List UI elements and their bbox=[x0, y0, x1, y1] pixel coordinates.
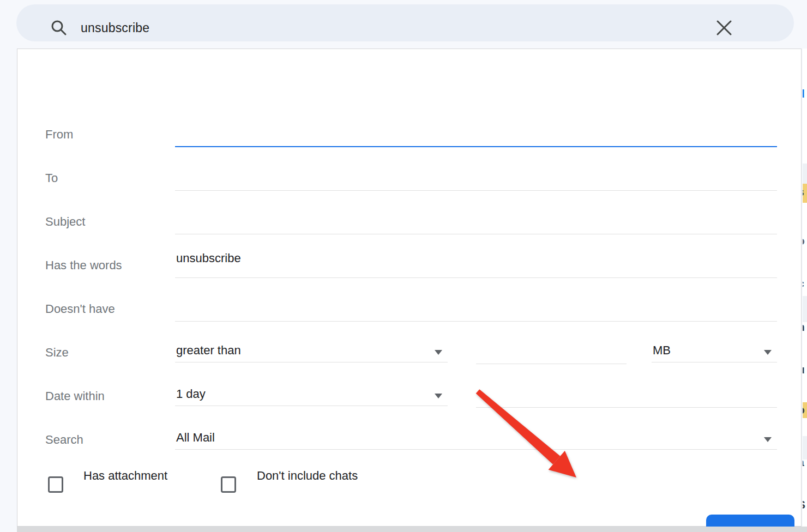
search-scope-select[interactable]: All Mail bbox=[175, 431, 777, 450]
to-field[interactable] bbox=[175, 155, 777, 191]
chevron-down-icon bbox=[435, 350, 442, 355]
text-fragment: c bbox=[803, 277, 807, 289]
text-fragment: d bbox=[803, 88, 807, 100]
search-scope-label: Search bbox=[45, 432, 83, 448]
text-fragment: o bbox=[803, 404, 807, 416]
doesnt-have-label: Doesn't have bbox=[45, 301, 115, 317]
size-label: Size bbox=[45, 344, 69, 361]
background-mail-list-sliver: d s o c n u o a S bbox=[803, 49, 807, 527]
clear-search-icon[interactable] bbox=[715, 19, 733, 37]
chevron-down-icon bbox=[764, 437, 772, 442]
search-icon[interactable] bbox=[50, 19, 68, 37]
text-fragment: o bbox=[803, 235, 807, 247]
mail-row-band bbox=[803, 296, 807, 322]
text-fragment: S bbox=[803, 499, 807, 511]
text-fragment: a bbox=[803, 456, 807, 468]
text-fragment: n bbox=[803, 321, 807, 333]
from-label: From bbox=[45, 126, 73, 143]
doesnt-have-field[interactable] bbox=[175, 286, 777, 322]
chevron-down-icon bbox=[764, 350, 772, 355]
has-attachment-label[interactable]: Has attachment bbox=[83, 468, 167, 484]
subject-field[interactable] bbox=[175, 198, 777, 234]
dont-include-chats-label[interactable]: Don't include chats bbox=[257, 468, 358, 484]
text-fragment: u bbox=[803, 364, 807, 376]
search-scope-value: All Mail bbox=[176, 431, 215, 444]
from-field[interactable] bbox=[175, 111, 777, 147]
panel-bottom-shadow bbox=[17, 527, 807, 532]
date-within-label: Date within bbox=[45, 388, 105, 404]
to-label: To bbox=[45, 170, 58, 186]
mail-row-band bbox=[803, 164, 807, 184]
size-operator-select[interactable]: greater than bbox=[175, 343, 448, 362]
search-input[interactable]: unsubscribe bbox=[81, 19, 149, 37]
chevron-down-icon bbox=[435, 394, 442, 398]
size-unit-value: MB bbox=[653, 343, 671, 357]
date-within-value: 1 day bbox=[176, 387, 206, 401]
gmail-search-bar[interactable]: unsubscribe bbox=[16, 4, 794, 41]
search-filter-panel: From To Subject Has the words Doesn't ha… bbox=[17, 49, 802, 527]
size-operator-value: greater than bbox=[176, 343, 241, 357]
date-within-select[interactable]: 1 day bbox=[175, 387, 448, 406]
date-icon-holder bbox=[476, 387, 777, 391]
subject-label: Subject bbox=[45, 214, 85, 230]
has-attachment-checkbox[interactable] bbox=[48, 476, 63, 493]
dont-include-chats-checkbox[interactable] bbox=[221, 476, 236, 493]
text-fragment: s bbox=[803, 186, 807, 198]
has-words-label: Has the words bbox=[45, 257, 122, 274]
size-amount-field[interactable] bbox=[476, 329, 627, 364]
screen: unsubscribe From To Subject Has the word… bbox=[0, 0, 807, 532]
has-words-field[interactable] bbox=[175, 242, 777, 278]
size-unit-select[interactable]: MB bbox=[652, 343, 777, 362]
